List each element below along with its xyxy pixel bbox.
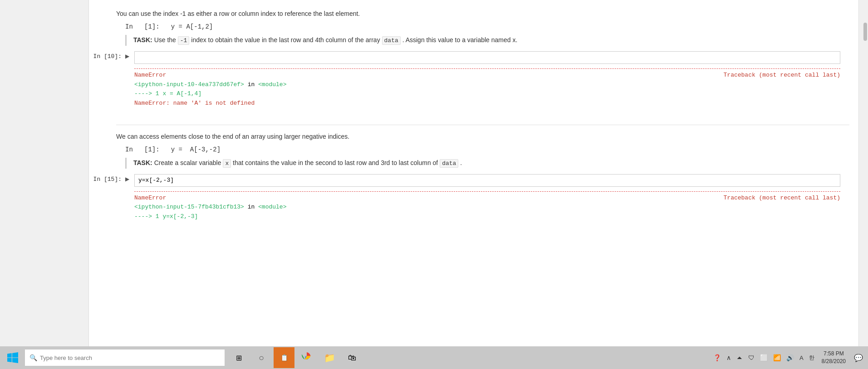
chrome-button[interactable] [296, 347, 317, 368]
cortana-button[interactable]: ○ [251, 347, 272, 368]
main-content: You can use the index -1 as either a row… [0, 0, 868, 346]
tablet-mode-icon[interactable]: ⬜ [758, 354, 770, 361]
clock[interactable]: 7:58 PM 8/28/2020 [818, 350, 849, 365]
task-view-button[interactable]: ⊞ [228, 347, 249, 368]
cell-15-input[interactable] [134, 174, 840, 187]
clock-date: 8/28/2020 [822, 358, 846, 365]
store-button[interactable]: 🛍 [342, 347, 363, 368]
cell-15-error: NameError Traceback (most recent call la… [134, 191, 840, 222]
error-file-10: <ipython-input-10-4ea737dd67ef> in <modu… [134, 80, 840, 90]
clock-time: 7:58 PM [822, 350, 846, 358]
taskbar-center: ⊞ ○ 📋 📁 🛍 [228, 347, 363, 368]
ime-icon[interactable]: 한 [807, 354, 816, 362]
volume-icon[interactable]: 🔊 [785, 354, 796, 361]
antivirus-icon[interactable]: 🛡 [746, 354, 756, 361]
cell-15-label: In [15]: [89, 174, 125, 183]
chevron-up-icon[interactable]: ∧ [725, 354, 733, 361]
cell-15-run[interactable]: ▶ [125, 174, 134, 182]
error-title-10: NameError Traceback (most recent call la… [134, 71, 840, 80]
cell-10-error: NameError Traceback (most recent call la… [134, 68, 840, 118]
lang-icon[interactable]: A [798, 354, 805, 361]
error-arrow-15: ----> 1 y=x[-2,-3] [134, 212, 840, 222]
cell-10-input[interactable] [134, 51, 840, 64]
task-block-1: TASK: Use the -1 index to obtain the val… [125, 35, 858, 46]
error-title-15: NameError Traceback (most recent call la… [134, 194, 840, 203]
scrollbar-thumb[interactable] [863, 23, 867, 41]
cell-10-row: In [10]: ▶ [89, 50, 858, 65]
search-bar[interactable]: 🔍 [25, 350, 225, 366]
cell-15-row: In [15]: ▶ [89, 173, 858, 188]
text-2: We can access elements close to the end … [116, 132, 858, 141]
orange-app-button[interactable]: 📋 [274, 347, 294, 368]
taskbar: 🔍 ⊞ ○ 📋 📁 [0, 346, 868, 369]
task-block-2: TASK: Create a scalar variable x that co… [125, 158, 858, 169]
taskbar-right: ❓ ∧ ⏶ 🛡 ⬜ 📶 🔊 A 한 7:58 PM 8/28/2020 💬 [711, 346, 866, 369]
intro-text-1: You can use the index -1 as either a row… [116, 9, 858, 19]
error-arrow-10: ----> 1 x = A[-1,4] [134, 89, 840, 99]
wifi-icon[interactable]: 📶 [771, 354, 783, 361]
error-separator-10 [134, 68, 840, 69]
cell-15-output: NameError Traceback (most recent call la… [134, 191, 840, 222]
code-example-1: In [1]: y = A[-1,2] [125, 23, 858, 30]
left-sidebar [0, 0, 88, 346]
cell-10-output: NameError Traceback (most recent call la… [134, 68, 840, 118]
help-icon[interactable]: ❓ [711, 354, 723, 361]
error-file-15: <ipython-input-15-7fb43b1cfb13> in <modu… [134, 203, 840, 212]
cell-10-run[interactable]: ▶ [125, 51, 134, 59]
section-divider [116, 125, 849, 125]
search-icon: 🔍 [29, 354, 37, 361]
file-explorer-button[interactable]: 📁 [319, 347, 340, 368]
cell-10-label: In [10]: [89, 51, 125, 60]
search-input[interactable] [40, 354, 220, 361]
error-separator-15 [134, 191, 840, 192]
code-example-2: In [1]: y = A[-3,-2] [125, 146, 858, 153]
chrome-icon [301, 352, 312, 363]
notebook-area: You can use the index -1 as either a row… [88, 0, 859, 346]
start-button[interactable] [2, 347, 23, 368]
right-sidebar [859, 0, 868, 346]
notification-icon[interactable]: 💬 [851, 354, 866, 362]
network-activity-icon[interactable]: ⏶ [735, 354, 745, 361]
windows-logo-icon [7, 352, 18, 363]
error-message-10: NameError: name 'A' is not defined [134, 99, 840, 108]
